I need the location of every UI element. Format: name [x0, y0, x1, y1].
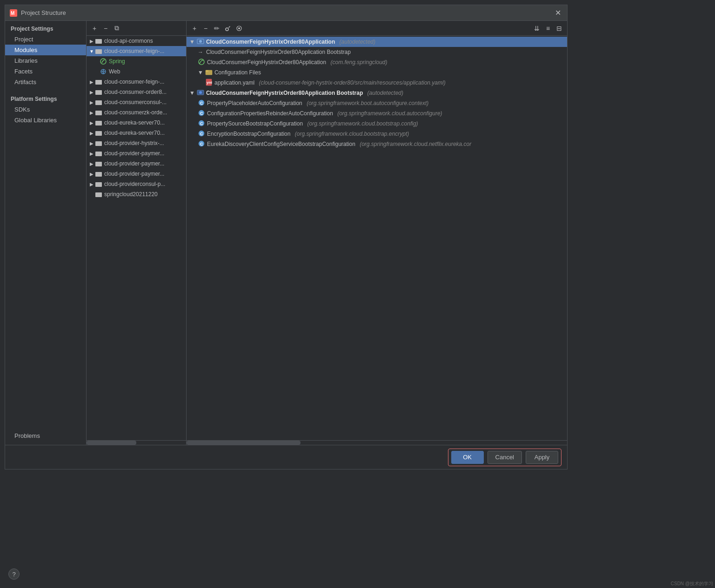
close-button[interactable]: ✕: [553, 8, 562, 18]
content-item-bootstrap-config[interactable]: ▼ CloudConsumerFeignHystrixOrder80Applic…: [187, 88, 567, 98]
dialog-body: Project Settings Project Modules Librari…: [5, 21, 567, 445]
content-item-app-instance[interactable]: CloudConsumerFeignHystrixOrder80Applicat…: [187, 57, 567, 67]
svg-rect-12: [95, 121, 102, 126]
content-item-config-props-rebinder[interactable]: C ConfigurationPropertiesRebinderAutoCon…: [187, 108, 567, 119]
dialog-footer: OK Cancel Apply: [5, 445, 567, 469]
folder-icon: [95, 78, 102, 86]
svg-point-5: [100, 59, 106, 64]
watermark: CSDN @技术的学习: [671, 581, 713, 587]
tree-item-web[interactable]: Web: [87, 66, 186, 77]
content-item-encryption-bootstrap[interactable]: C EncryptionBootstrapConfiguration (org.…: [187, 129, 567, 139]
svg-rect-19: [95, 192, 102, 197]
sidebar-item-artifacts[interactable]: Artifacts: [5, 77, 86, 87]
content-tree[interactable]: ▼ CloudConsumerFeignHystrixOrder80Applic…: [187, 36, 567, 440]
title-bar: M Project Structure ✕: [5, 5, 567, 21]
tree-scrollbar[interactable]: [87, 440, 186, 445]
content-panel: + − ✏: [187, 21, 567, 445]
svg-point-20: [226, 28, 228, 31]
content-add-button[interactable]: +: [189, 23, 200, 33]
tree-item-cloud-provider-payment1[interactable]: ▶ cloud-provider-paymer...: [87, 148, 186, 159]
svg-rect-9: [95, 90, 102, 95]
content-toolbar: + − ✏: [187, 21, 567, 36]
yaml-icon: yml: [205, 79, 213, 87]
config-g-icon4: C: [198, 130, 205, 139]
svg-rect-15: [95, 152, 102, 156]
apply-button[interactable]: Apply: [526, 451, 558, 464]
help-button[interactable]: ?: [8, 568, 20, 580]
config-g-icon3: C: [198, 119, 205, 128]
content-config-button[interactable]: [234, 23, 244, 33]
tree-item-cloud-provider-hystrix[interactable]: ▶ cloud-provider-hystrix-...: [87, 138, 186, 148]
tree-panel: + − ⧉ ▶ cloud-api-commons: [87, 21, 187, 445]
tree-item-cloud-consumer-feign-1[interactable]: ▼ cloud-consumer-feign-...: [87, 46, 186, 56]
content-item-property-placeholder[interactable]: C PropertyPlaceholderAutoConfiguration (…: [187, 98, 567, 108]
svg-point-22: [238, 27, 240, 29]
tree-item-cloud-consumerconsul[interactable]: ▶ cloud-consumerconsul-...: [87, 97, 186, 107]
config-g-icon2: C: [198, 109, 205, 118]
tree-item-cloud-providerconsul[interactable]: ▶ cloud-providerconsul-p...: [87, 179, 186, 189]
toolbar-right: ⇊ ≡ ⊟: [532, 23, 564, 33]
sidebar-item-libraries[interactable]: Libraries: [5, 55, 86, 66]
content-edit-button[interactable]: ✏: [212, 23, 222, 33]
sidebar-item-sdks[interactable]: SDKs: [5, 104, 86, 115]
collapse-button[interactable]: ⊟: [554, 23, 564, 33]
config-g-icon: C: [198, 99, 205, 108]
bootstrap-icon: [197, 89, 204, 98]
tree-item-cloud-provider-payment3[interactable]: ▶ cloud-provider-paymer...: [87, 169, 186, 179]
spring-icon: [100, 58, 107, 65]
tree-arrow: ▼: [88, 48, 95, 54]
folder-icon: [95, 150, 102, 157]
tree-item-cloud-eureka-server1[interactable]: ▶ cloud-eureka-server70...: [87, 118, 186, 128]
cancel-button[interactable]: Cancel: [488, 451, 522, 464]
svg-text:yml: yml: [207, 81, 212, 85]
folder-icon: [95, 180, 102, 188]
content-wrench-button[interactable]: [223, 23, 233, 33]
sort-down-button[interactable]: ⇊: [532, 23, 542, 33]
tree-item-cloud-api-commons[interactable]: ▶ cloud-api-commons: [87, 36, 186, 46]
tree-arrow: ▶: [88, 38, 95, 44]
sidebar-item-project[interactable]: Project: [5, 34, 86, 45]
spring-app-icon: [198, 58, 205, 67]
modules-tree[interactable]: ▶ cloud-api-commons ▼ cloud-consumer-fei…: [87, 36, 186, 440]
tree-item-cloud-consumer-feign-2[interactable]: ▶ cloud-consumer-feign-...: [87, 77, 186, 87]
svg-text:C: C: [200, 111, 203, 116]
project-structure-dialog: M Project Structure ✕ Project Settings P…: [5, 5, 568, 469]
svg-text:C: C: [200, 142, 203, 146]
svg-rect-13: [95, 131, 102, 136]
sidebar-item-modules[interactable]: Modules: [5, 45, 86, 55]
platform-settings-header: Platform Settings: [5, 91, 86, 104]
content-item-property-source[interactable]: C PropertySourceBootstrapConfiguration (…: [187, 119, 567, 129]
folder-icon: [95, 37, 102, 45]
folder-icon: [95, 129, 102, 137]
expand-button[interactable]: ≡: [543, 23, 553, 33]
tree-item-cloud-consumerzk[interactable]: ▶ cloud-consumerzk-orde...: [87, 107, 186, 118]
sidebar-item-problems[interactable]: Problems: [5, 430, 86, 441]
folder-icon: [95, 109, 102, 116]
folder-icon: [95, 139, 102, 147]
content-remove-button[interactable]: −: [200, 23, 211, 33]
tree-item-springcloud20211220[interactable]: springcloud20211220: [87, 189, 186, 199]
tree-item-cloud-eureka-server2[interactable]: ▶ cloud-eureka-server70...: [87, 128, 186, 138]
tree-item-cloud-consumer-order[interactable]: ▶ cloud-consumer-order8...: [87, 87, 186, 97]
content-item-main-app[interactable]: ▼ CloudConsumerFeignHystrixOrder80Applic…: [187, 37, 567, 47]
folder-icon: [95, 160, 102, 167]
config-folder-icon: [205, 68, 213, 77]
svg-rect-27: [206, 70, 208, 72]
svg-text:C: C: [200, 132, 203, 136]
web-icon: [100, 68, 107, 75]
ok-button[interactable]: OK: [451, 451, 484, 464]
sidebar-item-facets[interactable]: Facets: [5, 66, 86, 77]
tree-item-cloud-provider-payment2[interactable]: ▶ cloud-provider-paymer...: [87, 159, 186, 169]
tree-copy-button[interactable]: ⧉: [112, 23, 122, 33]
tree-remove-button[interactable]: −: [100, 23, 111, 33]
folder-icon: [95, 170, 102, 178]
content-item-eureka-discovery[interactable]: C EurekaDiscoveryClientConfigServiceBoot…: [187, 139, 567, 149]
content-item-config-files[interactable]: ▼ Configuration Files: [187, 67, 567, 78]
content-item-bootstrap[interactable]: → CloudConsumerFeignHystrixOrder80Applic…: [187, 47, 567, 57]
content-item-application-yaml[interactable]: yml application.yaml (cloud-consumer-fei…: [187, 78, 567, 88]
tree-add-button[interactable]: +: [89, 23, 100, 33]
tree-item-spring[interactable]: Spring: [87, 56, 186, 66]
app-config-icon: [197, 38, 204, 46]
content-scrollbar[interactable]: [187, 440, 567, 445]
sidebar-item-global-libraries[interactable]: Global Libraries: [5, 115, 86, 126]
